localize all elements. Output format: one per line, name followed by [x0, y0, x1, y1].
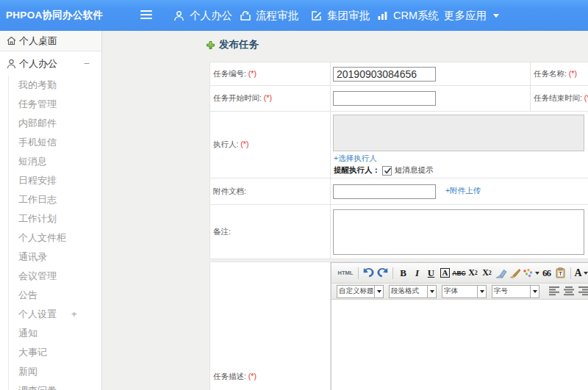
paste-text-icon[interactable]: T — [553, 266, 567, 281]
font-size-select[interactable]: 字号 — [492, 285, 539, 298]
sidebar-item[interactable]: 通知 — [0, 324, 101, 343]
caret-down-icon[interactable] — [374, 286, 383, 297]
undo-icon[interactable] — [362, 266, 376, 281]
executor-textarea[interactable] — [333, 115, 584, 151]
task-no-cell — [331, 62, 531, 86]
task-name-label: 任务名称: (*) — [531, 62, 588, 86]
sidebar-item[interactable]: 会议管理 — [0, 267, 101, 286]
sidebar-item[interactable]: 手机短信 — [0, 133, 101, 152]
user-outline-icon — [7, 59, 16, 68]
edit-square-icon — [311, 10, 322, 21]
align-left-icon[interactable] — [549, 286, 559, 296]
sidebar-desktop-label: 个人桌面 — [19, 35, 57, 46]
topnav-item-crm-system[interactable]: CRM系统 — [377, 0, 439, 31]
bold-icon[interactable]: B — [396, 266, 410, 281]
sidebar-item[interactable]: 大事记 — [0, 343, 101, 362]
format-brush-icon[interactable] — [508, 266, 522, 281]
select-value: 段落格式 — [390, 286, 427, 296]
remark-cell — [331, 205, 588, 259]
sidebar-item[interactable]: 日程安排 — [0, 171, 101, 190]
menu-toggle-icon[interactable] — [140, 10, 152, 21]
sidebar-item[interactable]: 内部邮件 — [0, 114, 101, 133]
attachment-label: 附件文档: — [210, 178, 331, 205]
sidebar-item-label: 通讯录 — [18, 251, 47, 262]
sidebar-item[interactable]: 个人设置+ — [0, 305, 101, 324]
font-color-icon[interactable]: A — [574, 266, 588, 281]
sidebar-item[interactable]: 我的考勤 — [0, 76, 101, 95]
sidebar-item-label: 内部邮件 — [18, 118, 57, 129]
sidebar-item[interactable]: 工作日志 — [0, 190, 101, 209]
editor-content-area[interactable] — [331, 300, 588, 390]
topnav-item-personal-office[interactable]: 个人办公 — [173, 0, 232, 31]
sms-remind-checkbox[interactable] — [382, 166, 392, 176]
sidebar-item-label: 个人文件柜 — [18, 232, 66, 243]
attachment-input[interactable] — [333, 184, 436, 199]
eraser-icon[interactable] — [494, 266, 508, 281]
sidebar-item-label: 个人设置 — [18, 308, 57, 319]
topnav-label: 个人办公 — [190, 9, 232, 23]
redo-icon[interactable] — [376, 266, 390, 281]
sidebar-item-label: 任务管理 — [18, 98, 57, 109]
sidebar-item[interactable]: 通讯录 — [0, 248, 101, 267]
italic-icon[interactable]: I — [410, 266, 424, 281]
source-code-button[interactable]: HTML — [336, 266, 355, 281]
paragraph-format-select[interactable]: 段落格式 — [389, 285, 437, 298]
sidebar-item-label: 工作日志 — [18, 194, 57, 205]
sidebar-item[interactable]: 调查问卷 — [0, 381, 101, 390]
sidebar-section-personal-office[interactable]: 个人办公 − — [0, 51, 101, 76]
color-palette-icon[interactable] — [522, 266, 539, 281]
expand-icon[interactable]: + — [71, 305, 77, 324]
task-desc-table: 任务描述: (*) HTMLBIUAABCX2X266TA 自定义标题段落格式字… — [209, 261, 588, 390]
sms-remind-label: 短消息提示 — [395, 165, 434, 176]
superscript-icon[interactable]: X2 — [466, 266, 480, 281]
font-style-icon[interactable]: A — [438, 266, 452, 281]
align-center-icon[interactable] — [564, 286, 574, 296]
end-time-label: 任务结束时间: (*) — [531, 86, 588, 112]
caret-down-icon[interactable] — [530, 286, 539, 297]
sidebar-item[interactable]: 新闻 — [0, 362, 101, 381]
sidebar-item[interactable]: 任务管理 — [0, 95, 101, 114]
page-title: 发布任务 — [206, 36, 259, 54]
task-desc-cell: HTMLBIUAABCX2X266TA 自定义标题段落格式字体字号 — [331, 262, 588, 390]
sidebar-item-desktop[interactable]: 个人桌面 — [0, 31, 101, 51]
task-no-input[interactable] — [333, 67, 436, 82]
blockquote-icon[interactable]: 66 — [539, 266, 553, 281]
choose-executor-link[interactable]: +选择执行人 — [334, 154, 588, 164]
font-family-select[interactable]: 字体 — [442, 285, 487, 298]
start-time-label: 任务开始时间: (*) — [210, 86, 331, 112]
start-time-cell — [331, 86, 531, 112]
sidebar-item-label: 会议管理 — [18, 270, 57, 281]
custom-title-select[interactable]: 自定义标题 — [337, 285, 384, 298]
topnav-item-process-approval[interactable]: 流程审批 — [240, 0, 298, 31]
topnav-item-group-approval[interactable]: 集团审批 — [311, 0, 370, 31]
caret-down-icon — [584, 272, 588, 275]
underline-icon[interactable]: U — [424, 266, 438, 281]
add-plus-icon — [206, 40, 215, 50]
sidebar-item[interactable]: 短消息 — [0, 152, 101, 171]
sidebar-item[interactable]: 工作计划 — [0, 209, 101, 228]
sidebar-item[interactable]: 个人文件柜 — [0, 228, 101, 248]
subscript-icon[interactable]: X2 — [480, 266, 494, 281]
strikethrough-icon[interactable]: ABC — [452, 266, 466, 281]
remark-textarea[interactable] — [333, 209, 584, 255]
sidebar-item-label: 手机短信 — [18, 137, 57, 148]
caret-down-icon[interactable] — [477, 286, 486, 297]
separator — [358, 267, 359, 279]
svg-text:T: T — [559, 271, 562, 276]
sidebar: 个人桌面 个人办公 − 我的考勤任务管理内部邮件手机短信短消息日程安排工作日志工… — [0, 31, 102, 390]
user-icon — [173, 10, 184, 21]
caret-down-icon — [493, 14, 499, 18]
separator — [392, 267, 393, 279]
sidebar-item-label: 短消息 — [18, 156, 47, 167]
sidebar-item[interactable]: 公告 — [0, 286, 101, 305]
collapse-icon[interactable]: − — [84, 51, 90, 76]
align-right-icon[interactable] — [578, 286, 588, 296]
separator — [570, 267, 571, 279]
start-time-input[interactable] — [333, 91, 436, 106]
caret-down-icon[interactable] — [427, 286, 436, 297]
topnav-label: 更多应用 — [444, 9, 487, 23]
process-icon — [240, 10, 251, 21]
app-logo: PHPOA协同办公软件 — [6, 0, 103, 31]
topnav-item-more-apps[interactable]: 更多应用 — [444, 0, 499, 31]
attachment-upload-link[interactable]: +附件上传 — [445, 186, 481, 195]
